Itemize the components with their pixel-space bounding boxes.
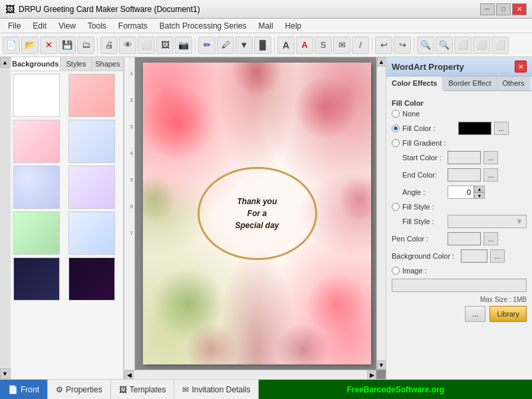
bg-thumb-5[interactable]: [13, 166, 60, 209]
mail-button[interactable]: ✉: [333, 37, 350, 54]
fill-color-ellipsis[interactable]: ...: [494, 122, 509, 135]
pen-color-ellipsis[interactable]: ...: [483, 232, 498, 245]
ellipsis-button[interactable]: ...: [465, 306, 485, 322]
scroll-right-button[interactable]: ▶: [367, 370, 376, 380]
tab-border-effect[interactable]: Border Effect: [443, 76, 497, 90]
card-text-line3: Special day: [235, 219, 279, 231]
end-color-ellipsis[interactable]: ...: [483, 168, 498, 182]
end-color-swatch[interactable]: [448, 168, 481, 182]
open-button[interactable]: 📂: [21, 37, 39, 54]
bg-color-swatch[interactable]: [461, 249, 487, 263]
radio-image[interactable]: [392, 267, 400, 275]
tb-extra-2[interactable]: ⬜: [473, 37, 490, 54]
menu-batch-processing[interactable]: Batch Processing Series: [154, 20, 252, 32]
scroll-down-arrow[interactable]: ▼: [0, 368, 11, 379]
scroll-up-button[interactable]: ▲: [377, 57, 386, 66]
image-button[interactable]: 🖼: [156, 37, 174, 54]
menu-formats[interactable]: Formats: [113, 20, 153, 32]
menu-file[interactable]: File: [3, 20, 26, 32]
bottom-front-button[interactable]: 📄 Front: [0, 380, 48, 399]
bg-thumb-6[interactable]: [68, 166, 115, 209]
tb-extra-1[interactable]: ⬜: [454, 37, 471, 54]
line-button[interactable]: /: [352, 37, 369, 54]
start-color-label: Start Color :: [392, 154, 445, 162]
undo-button[interactable]: ↩: [375, 37, 392, 54]
scroll-left-button[interactable]: ◀: [124, 370, 134, 380]
angle-up-button[interactable]: ▲: [474, 186, 485, 192]
start-color-ellipsis[interactable]: ...: [483, 151, 498, 164]
shape-button[interactable]: S: [315, 37, 332, 54]
scroll-track-v[interactable]: [377, 66, 386, 360]
save-button[interactable]: 💾: [59, 37, 76, 54]
tab-color-effects[interactable]: Color Effects: [386, 76, 443, 91]
bottom-invitation-button[interactable]: ✉ Invitation Details: [174, 380, 259, 399]
wordart-close-button[interactable]: ✕: [515, 61, 527, 72]
save-as-button[interactable]: 🗂: [77, 37, 94, 54]
menu-mail[interactable]: Mail: [253, 20, 279, 32]
zoom-in-button[interactable]: 🔍: [417, 37, 434, 54]
tab-backgrounds[interactable]: Backgrounds: [11, 57, 61, 70]
redo-button[interactable]: ↪: [394, 37, 411, 54]
close-button[interactable]: ✕: [512, 3, 527, 15]
bg-thumb-3[interactable]: [13, 120, 60, 163]
bottom-templates-button[interactable]: 🖼 Templates: [111, 380, 175, 399]
library-button[interactable]: Library: [489, 306, 527, 322]
fill-style-dropdown[interactable]: ▼: [448, 215, 527, 228]
angle-input[interactable]: [448, 186, 474, 199]
text-button[interactable]: A: [277, 37, 295, 54]
print-button[interactable]: 🖨: [100, 37, 118, 54]
menu-edit[interactable]: Edit: [27, 20, 52, 32]
radio-fill-gradient[interactable]: [392, 139, 400, 147]
ruler-left: 1 2 3 4 5 6 7: [124, 57, 135, 370]
menu-tools[interactable]: Tools: [82, 20, 112, 32]
radio-fill-style[interactable]: [392, 203, 400, 211]
pen-button[interactable]: ✏: [198, 37, 215, 54]
bg-thumb-7[interactable]: [13, 211, 60, 255]
tab-styles[interactable]: Styles: [61, 57, 92, 70]
image-row: Image :: [392, 267, 527, 275]
titlebar-left: 🖼 DRPU Greeting Card Maker Software (Doc…: [5, 4, 200, 15]
menu-help[interactable]: Help: [280, 20, 307, 32]
scroll-up-arrow[interactable]: ▲: [0, 57, 11, 68]
new-button[interactable]: 📄: [3, 37, 20, 54]
tb-extra-3[interactable]: ⬜: [491, 37, 509, 54]
start-color-swatch[interactable]: [448, 151, 481, 164]
background-color-row: Background Color : ...: [392, 249, 527, 263]
website-banner: FreeBarcodeSoftware.org: [259, 380, 532, 399]
tab-others[interactable]: Others: [497, 76, 530, 90]
menu-view[interactable]: View: [53, 20, 81, 32]
bg-thumb-10[interactable]: [68, 257, 115, 301]
camera-button[interactable]: 📷: [175, 37, 192, 54]
barcode-button[interactable]: ▐▌: [254, 37, 271, 54]
maximize-button[interactable]: □: [496, 3, 511, 15]
minimize-button[interactable]: ─: [480, 3, 495, 15]
app-icon: 🖼: [5, 4, 15, 15]
bottom-properties-button[interactable]: ⚙ Properties: [48, 380, 111, 399]
fill-color-swatch[interactable]: [458, 122, 491, 135]
edit-button[interactable]: 🖊: [217, 37, 234, 54]
bg-thumb-4[interactable]: [68, 120, 115, 163]
angle-down-button[interactable]: ▼: [474, 192, 485, 199]
bg-thumb-8[interactable]: [68, 211, 115, 255]
pen-color-swatch[interactable]: [448, 232, 481, 245]
toolbar-separator-3: [274, 37, 275, 53]
print-preview-button[interactable]: 👁: [119, 37, 136, 54]
menubar: File Edit View Tools Formats Batch Proce…: [0, 19, 532, 33]
bg-thumb-1[interactable]: [13, 74, 60, 117]
bg-thumb-2[interactable]: [68, 74, 115, 117]
wordart-content: Fill Color None Fill Color : ... Fill Gr…: [386, 91, 532, 379]
properties-label: Properties: [66, 385, 102, 394]
dropdown-btn[interactable]: ▼: [235, 37, 253, 54]
bg-thumb-9[interactable]: [13, 257, 60, 301]
delete-button[interactable]: ✕: [40, 37, 57, 54]
toolbar-btn-3[interactable]: ⬜: [138, 37, 155, 54]
zoom-out-button[interactable]: 🔍: [436, 37, 453, 54]
image-path-input[interactable]: [392, 279, 527, 292]
scroll-track-h[interactable]: [134, 370, 367, 380]
radio-fill-color[interactable]: [392, 124, 400, 132]
scroll-down-button[interactable]: ▼: [377, 360, 386, 370]
tab-shapes[interactable]: Shapes: [92, 57, 123, 70]
wordart-button[interactable]: A: [296, 37, 313, 54]
radio-none[interactable]: [392, 110, 400, 118]
bg-color-ellipsis[interactable]: ...: [490, 249, 505, 263]
